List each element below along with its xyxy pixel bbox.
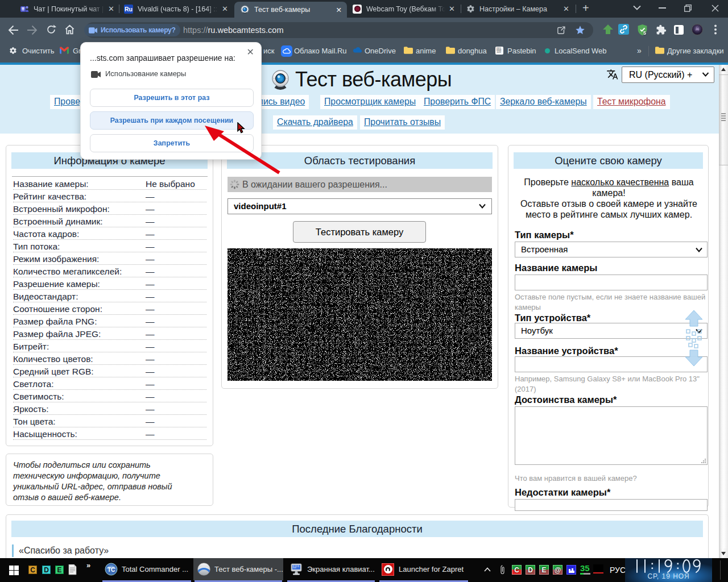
svg-text:TC: TC (107, 567, 115, 573)
